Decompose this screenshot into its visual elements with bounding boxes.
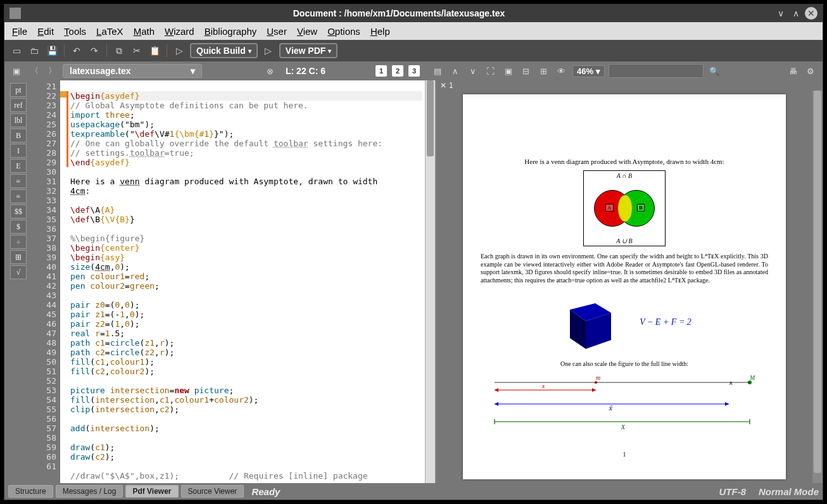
zoom-combo[interactable]: 46%▾ <box>572 65 605 77</box>
redo-icon[interactable]: ↷ <box>87 44 101 58</box>
cut-icon[interactable]: ✂ <box>130 44 144 58</box>
paste-icon[interactable]: 📋 <box>148 44 161 58</box>
pdf-close-icon[interactable]: ✕ <box>440 81 446 90</box>
editor-scroll-thumb[interactable] <box>427 80 434 156</box>
menu-file[interactable]: File <box>12 26 27 37</box>
view-play-icon[interactable]: ▷ <box>262 44 275 58</box>
nav-forward-icon[interactable]: 〉 <box>45 64 59 78</box>
fit-width-icon[interactable]: ⛶ <box>484 64 498 78</box>
menu-options[interactable]: Options <box>327 26 360 37</box>
side-tool-6[interactable]: ≡ <box>10 174 27 188</box>
pdf-viewer[interactable]: Here is a venn diagram produced with Asy… <box>436 91 812 483</box>
pdf-scroll-thumb[interactable] <box>814 91 821 473</box>
side-tool-9[interactable]: $ <box>10 220 27 234</box>
side-tool-4[interactable]: I <box>10 144 27 158</box>
new-doc-icon[interactable]: ▭ <box>9 44 23 58</box>
line-number: 23 <box>34 101 56 110</box>
toggle-panel-icon[interactable]: ▣ <box>9 64 23 78</box>
side-tool-2[interactable]: lbl <box>10 113 27 127</box>
menubar: FileEditToolsLaTeXMathWizardBibliography… <box>4 22 823 40</box>
cursor-position: L: 22 C: 6 <box>286 66 325 76</box>
pdf-text-line-2: One can also scale the figure to the ful… <box>481 360 768 369</box>
save-icon[interactable]: 💾 <box>45 44 59 58</box>
side-tool-5[interactable]: E <box>10 159 27 173</box>
build-combo[interactable]: Quick Build▾ <box>190 43 258 58</box>
side-tool-10[interactable]: ÷ <box>10 235 27 249</box>
bookmark-marker[interactable] <box>60 91 66 98</box>
print-icon[interactable]: 🖶 <box>786 64 800 78</box>
pdf-search-input[interactable] <box>609 64 704 78</box>
menu-wizard[interactable]: Wizard <box>165 26 194 37</box>
nav-back-icon[interactable]: 〈 <box>27 64 41 78</box>
close-tab-icon[interactable]: ⊗ <box>263 64 277 78</box>
status-tab-messages-log[interactable]: Messages / Log <box>56 485 123 498</box>
page-3-button[interactable]: 3 <box>408 65 420 77</box>
code-content[interactable]: \begin{asydef} // Global Asymptote defin… <box>60 80 425 483</box>
line-number: 37 <box>34 234 56 243</box>
line-number: 45 <box>34 310 56 319</box>
menu-latex[interactable]: LaTeX <box>96 26 123 37</box>
page-1-button[interactable]: 1 <box>376 65 387 77</box>
menu-tools[interactable]: Tools <box>64 26 86 37</box>
status-ready: Ready <box>251 486 280 497</box>
pdf-scrollbar[interactable] <box>812 91 823 483</box>
app-icon <box>9 8 21 19</box>
menu-edit[interactable]: Edit <box>37 26 54 37</box>
status-tab-source-viewer[interactable]: Source Viewer <box>181 485 244 498</box>
status-bar: StructureMessages / LogPdf ViewerSource … <box>4 483 823 500</box>
M-label: M <box>749 374 755 381</box>
line-number: 56 <box>34 414 56 424</box>
copy-icon[interactable]: ⧉ <box>112 44 126 58</box>
menu-view[interactable]: View <box>297 26 317 37</box>
line-number: 55 <box>34 405 56 414</box>
line-number: 53 <box>34 386 56 395</box>
line-number: 36 <box>34 224 56 234</box>
undo-icon[interactable]: ↶ <box>70 44 84 58</box>
line-number: 49 <box>34 348 56 357</box>
pdf-page-label: 1 <box>449 81 453 90</box>
status-tab-pdf-viewer[interactable]: Pdf Viewer <box>125 485 178 498</box>
minimize-button[interactable]: ∨ <box>774 7 787 20</box>
pdf-down-icon[interactable]: ∨ <box>466 64 480 78</box>
zoom-in-icon[interactable]: ⊞ <box>537 64 551 78</box>
side-tool-3[interactable]: B <box>10 129 27 142</box>
side-tool-7[interactable]: ≡ <box>10 189 27 203</box>
side-tool-0[interactable]: pt <box>10 83 27 97</box>
change-bar <box>66 91 68 167</box>
close-button[interactable]: ✕ <box>805 7 818 20</box>
layout-icon[interactable]: ▤ <box>431 64 445 78</box>
maximize-button[interactable]: ∧ <box>790 7 802 20</box>
status-tab-structure[interactable]: Structure <box>8 485 53 498</box>
pdf-page: Here is a venn diagram produced with Asy… <box>463 94 786 479</box>
side-tool-12[interactable]: √ <box>10 265 27 279</box>
zoom-out-icon[interactable]: ⊟ <box>519 64 533 78</box>
view-combo[interactable]: View PDF▾ <box>279 43 338 58</box>
status-encoding: UTF-8 <box>719 486 746 497</box>
line-number: 51 <box>34 367 56 376</box>
menu-help[interactable]: Help <box>370 26 390 37</box>
menu-bibliography[interactable]: Bibliography <box>205 26 257 37</box>
line-number: 28 <box>34 148 56 158</box>
line-gutter: 2122232425262728293031323334353637383940… <box>32 80 60 483</box>
line-number: 60 <box>34 452 56 462</box>
build-play-icon[interactable]: ▷ <box>172 44 186 58</box>
side-tool-8[interactable]: $$ <box>10 205 27 218</box>
code-editor[interactable]: 2122232425262728293031323334353637383940… <box>32 80 435 483</box>
x-label: x <box>541 382 545 389</box>
menu-user[interactable]: User <box>267 26 287 37</box>
page-2-button[interactable]: 2 <box>392 65 403 77</box>
pdf-up-icon[interactable]: ∧ <box>448 64 462 78</box>
fit-page-icon[interactable]: ▣ <box>502 64 515 78</box>
side-tool-11[interactable]: ⊞ <box>10 250 27 264</box>
eye-icon[interactable]: 👁 <box>555 64 569 78</box>
side-tool-1[interactable]: ref <box>10 98 27 112</box>
line-number: 43 <box>34 291 56 300</box>
menu-math[interactable]: Math <box>134 26 155 37</box>
document-tab[interactable]: latexusage.tex▾ <box>63 64 202 78</box>
config-icon[interactable]: ⚙ <box>804 64 818 78</box>
line-number: 61 <box>34 462 56 471</box>
line-number: 38 <box>34 243 56 253</box>
open-icon[interactable]: 🗀 <box>27 44 41 58</box>
editor-scrollbar[interactable] <box>425 80 435 483</box>
search-icon[interactable]: 🔍 <box>707 64 721 78</box>
